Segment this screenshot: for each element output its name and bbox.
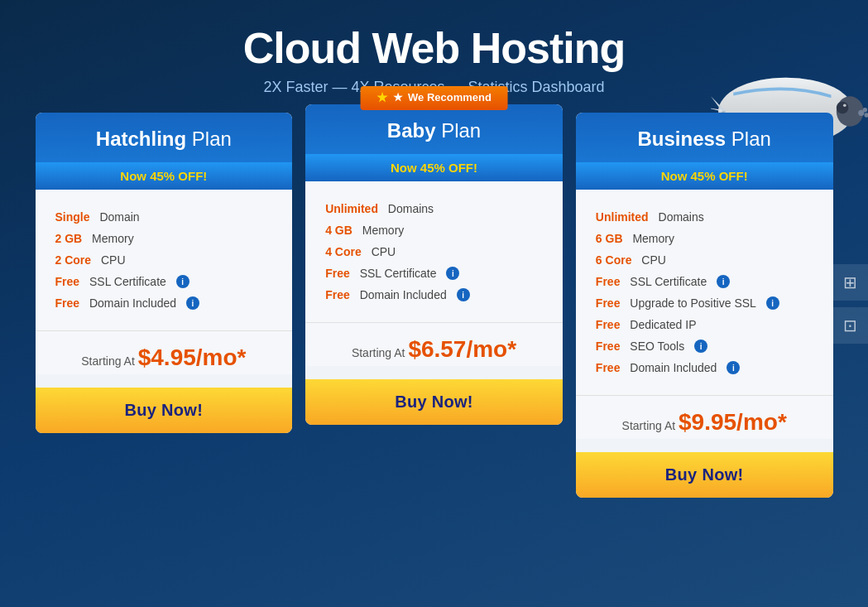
baby-name-bold: Baby (387, 119, 436, 142)
feature-business-dedicated-ip: Free Dedicated IP (596, 314, 813, 335)
business-discount: Now 45% OFF! (576, 162, 833, 190)
sidebar-icon-2[interactable]: ⊡ (832, 307, 868, 344)
info-icon-business-positive-ssl[interactable]: i (766, 296, 779, 310)
svg-point-4 (843, 104, 846, 107)
baby-discount-text: Now (391, 161, 420, 175)
feature-business-memory: 6 GB Memory (596, 228, 813, 249)
business-price: $9.95/mo* (679, 409, 787, 435)
baby-name-rest: Plan (436, 119, 482, 142)
business-features: Unlimited Domains 6 GB Memory 6 Core CPU… (576, 190, 833, 395)
business-header: Business Plan (576, 113, 833, 162)
hatchling-discount: Now 45% OFF! (36, 162, 293, 190)
info-icon-baby-ssl[interactable]: i (446, 267, 459, 280)
hatchling-name-bold: Hatchling (96, 128, 186, 150)
feature-business-domain: Unlimited Domains (596, 206, 813, 228)
business-discount-value: 45% OFF! (691, 169, 748, 183)
info-icon-business-seo[interactable]: i (694, 340, 707, 353)
baby-header: Baby Plan (305, 104, 563, 154)
baby-discount-value: 45% OFF! (420, 161, 477, 175)
feature-baby-domain: Unlimited Domains (325, 198, 543, 219)
info-icon-hatchling-domain[interactable]: i (186, 296, 199, 310)
hatchling-footer: Starting At $4.95/mo* (36, 330, 293, 374)
hatchling-plan-name: Hatchling Plan (52, 128, 276, 151)
info-icon-business-ssl[interactable]: i (717, 275, 730, 288)
business-starting-at: Starting At $9.95/mo* (592, 409, 817, 436)
hatchling-discount-text: Now (120, 169, 150, 183)
baby-price: $6.57/mo* (408, 336, 516, 362)
baby-footer: Starting At $6.57/mo* (305, 322, 563, 366)
business-buy-button[interactable]: Buy Now! (576, 452, 833, 498)
feature-baby-ssl: Free SSL Certificate i (325, 263, 543, 284)
info-icon-hatchling-ssl[interactable]: i (176, 275, 189, 288)
feature-business-seo: Free SEO Tools i (596, 335, 813, 357)
business-discount-text: Now (661, 169, 691, 183)
feature-baby-domain-free: Free Domain Included i (325, 284, 543, 306)
baby-starting-at: Starting At $6.57/mo* (322, 336, 546, 363)
hatchling-header: Hatchling Plan (36, 113, 293, 162)
feature-business-ssl: Free SSL Certificate i (596, 271, 813, 292)
feature-baby-cpu: 4 Core CPU (325, 241, 543, 263)
info-icon-business-domain[interactable]: i (727, 361, 740, 374)
business-name-rest: Plan (726, 128, 771, 150)
svg-point-3 (837, 102, 849, 114)
page-title: Cloud Web Hosting (243, 25, 626, 72)
business-plan-name: Business Plan (592, 128, 817, 151)
feature-hatchling-memory: 2 GB Memory (55, 228, 273, 249)
hatchling-starting-at: Starting At $4.95/mo* (52, 344, 276, 371)
business-name-bold: Business (637, 128, 726, 150)
hatchling-buy-button[interactable]: Buy Now! (36, 388, 293, 433)
recommend-badge: ★ We Recommend (360, 86, 508, 110)
baby-features: Unlimited Domains 4 GB Memory 4 Core CPU… (305, 181, 563, 322)
plans-container: Hatchling Plan Now 45% OFF! Single Domai… (12, 113, 856, 498)
hatchling-features: Single Domain 2 GB Memory 2 Core CPU Fre… (36, 190, 293, 330)
sidebar-icons: ⊞ ⊡ (832, 264, 868, 344)
info-icon-baby-domain[interactable]: i (457, 288, 470, 301)
feature-hatchling-domain-free: Free Domain Included i (55, 292, 273, 314)
badge-star: ★ (393, 91, 403, 104)
svg-point-7 (864, 113, 868, 117)
svg-point-6 (863, 108, 867, 112)
feature-baby-memory: 4 GB Memory (325, 219, 543, 241)
plan-card-hatchling: Hatchling Plan Now 45% OFF! Single Domai… (36, 113, 293, 433)
feature-business-positive-ssl: Free Upgrade to Positive SSL i (596, 292, 813, 314)
feature-hatchling-ssl: Free SSL Certificate i (55, 271, 273, 292)
business-footer: Starting At $9.95/mo* (576, 395, 833, 439)
plan-card-baby: ★ We Recommend Baby Plan Now 45% OFF! Un… (305, 104, 563, 425)
hatchling-price: $4.95/mo* (138, 344, 247, 370)
baby-buy-button[interactable]: Buy Now! (305, 379, 563, 425)
baby-discount: Now 45% OFF! (305, 154, 563, 181)
feature-hatchling-domain: Single Domain (55, 206, 273, 228)
hatchling-name-rest: Plan (186, 128, 232, 150)
plan-card-business: Business Plan Now 45% OFF! Unlimited Dom… (576, 113, 833, 498)
feature-business-cpu: 6 Core CPU (596, 249, 813, 271)
hatchling-discount-value: 45% OFF! (150, 169, 207, 183)
badge-text: We Recommend (408, 91, 492, 104)
baby-plan-name: Baby Plan (322, 119, 546, 142)
feature-hatchling-cpu: 2 Core CPU (55, 249, 273, 271)
sidebar-icon-1[interactable]: ⊞ (832, 264, 868, 301)
feature-business-domain-free: Free Domain Included i (596, 357, 813, 378)
